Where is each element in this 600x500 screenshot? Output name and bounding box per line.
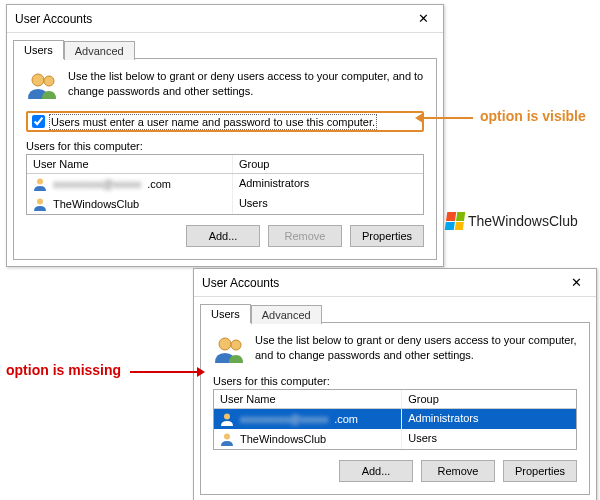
username-suffix: .com (334, 413, 358, 425)
add-button[interactable]: Add... (186, 225, 260, 247)
group-value: Administrators (402, 409, 576, 429)
close-icon[interactable]: ✕ (556, 275, 596, 290)
user-icon (33, 177, 47, 191)
svg-point-4 (219, 338, 231, 350)
properties-button[interactable]: Properties (503, 460, 577, 482)
tab-users[interactable]: Users (200, 304, 251, 323)
tab-users[interactable]: Users (13, 40, 64, 59)
description-text: Use the list below to grant or deny user… (68, 69, 424, 103)
username-value: TheWindowsClub (240, 433, 326, 445)
remove-button[interactable]: Remove (421, 460, 495, 482)
user-accounts-dialog-with-option: User Accounts ✕ Users Advanced Use the l… (6, 4, 444, 267)
windows-logo-icon (445, 212, 466, 230)
user-accounts-dialog-missing-option: User Accounts ✕ Users Advanced Use the l… (193, 268, 597, 500)
user-row[interactable]: xxxxxxxxx@xxxxx.com Administrators (27, 174, 423, 194)
users-for-computer-label: Users for this computer: (213, 375, 577, 387)
must-enter-password-checkbox[interactable]: Users must enter a user name and passwor… (26, 111, 424, 132)
svg-point-1 (44, 76, 54, 86)
col-group[interactable]: Group (233, 155, 423, 173)
user-row[interactable]: xxxxxxxxx@xxxxx.com Administrators (214, 409, 576, 429)
group-value: Users (402, 429, 576, 449)
close-icon[interactable]: ✕ (403, 11, 443, 26)
svg-point-7 (224, 434, 230, 440)
checkbox-label: Users must enter a user name and passwor… (51, 116, 375, 128)
svg-point-2 (37, 179, 43, 185)
svg-point-6 (224, 414, 230, 420)
svg-point-3 (37, 199, 43, 205)
username-value: TheWindowsClub (53, 198, 139, 210)
properties-button[interactable]: Properties (350, 225, 424, 247)
user-list-header[interactable]: User Name Group (214, 390, 576, 409)
user-icon (220, 432, 234, 446)
user-row[interactable]: TheWindowsClub Users (214, 429, 576, 449)
user-list[interactable]: User Name Group xxxxxxxxx@xxxxx.com Admi… (213, 389, 577, 450)
tabstrip: Users Advanced (194, 297, 596, 322)
col-username[interactable]: User Name (27, 155, 233, 173)
window-title: User Accounts (15, 12, 92, 26)
username-redacted: xxxxxxxxx@xxxxx (240, 413, 328, 425)
titlebar[interactable]: User Accounts ✕ (7, 5, 443, 33)
window-title: User Accounts (202, 276, 279, 290)
group-value: Administrators (233, 174, 423, 194)
svg-point-5 (231, 340, 241, 350)
button-row: Add... Remove Properties (26, 225, 424, 247)
arrow-icon (418, 117, 473, 119)
button-row: Add... Remove Properties (213, 460, 577, 482)
users-icon (213, 333, 247, 367)
tabstrip: Users Advanced (7, 33, 443, 58)
tab-advanced[interactable]: Advanced (251, 305, 322, 324)
tab-panel: Use the list below to grant or deny user… (200, 322, 590, 495)
titlebar[interactable]: User Accounts ✕ (194, 269, 596, 297)
tab-panel: Use the list below to grant or deny user… (13, 58, 437, 260)
annotation-option-visible: option is visible (480, 108, 586, 124)
username-redacted: xxxxxxxxx@xxxxx (53, 178, 141, 190)
annotation-option-missing: option is missing (6, 362, 121, 378)
checkbox-input[interactable] (32, 115, 45, 128)
user-row[interactable]: TheWindowsClub Users (27, 194, 423, 214)
col-group[interactable]: Group (402, 390, 576, 408)
watermark: TheWindowsClub (446, 212, 578, 230)
user-icon (33, 197, 47, 211)
svg-point-0 (32, 74, 44, 86)
col-username[interactable]: User Name (214, 390, 402, 408)
username-suffix: .com (147, 178, 171, 190)
users-for-computer-label: Users for this computer: (26, 140, 424, 152)
add-button[interactable]: Add... (339, 460, 413, 482)
users-icon (26, 69, 60, 103)
user-icon (220, 412, 234, 426)
user-list-header[interactable]: User Name Group (27, 155, 423, 174)
group-value: Users (233, 194, 423, 214)
remove-button: Remove (268, 225, 342, 247)
arrow-icon (130, 371, 202, 373)
tab-advanced[interactable]: Advanced (64, 41, 135, 60)
user-list[interactable]: User Name Group xxxxxxxxx@xxxxx.com Admi… (26, 154, 424, 215)
watermark-text: TheWindowsClub (468, 213, 578, 229)
description-text: Use the list below to grant or deny user… (255, 333, 577, 367)
